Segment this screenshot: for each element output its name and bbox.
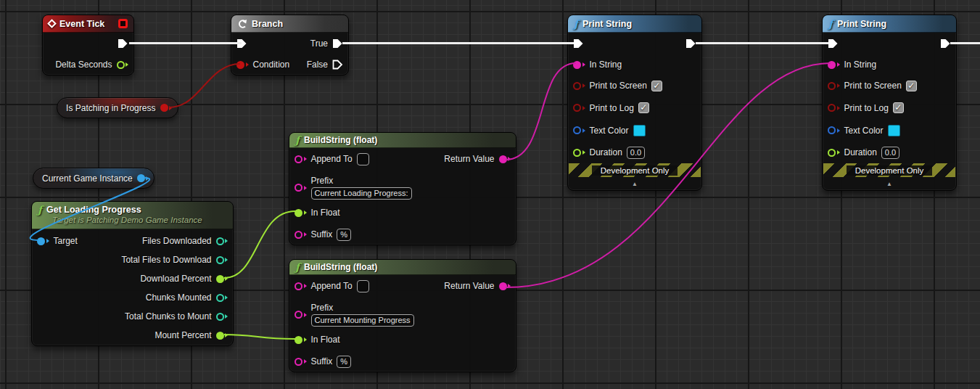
print-to-log-checkbox[interactable]: ✓ [893, 102, 904, 113]
in-float-pin[interactable] [295, 209, 307, 217]
wire-float-downloadpercent-to-infloat [224, 211, 295, 278]
exec-in-pin[interactable] [236, 38, 247, 49]
print-string-1-title: Print String [582, 19, 632, 29]
exec-out-pin[interactable] [118, 38, 128, 49]
exec-in-pin[interactable] [573, 38, 584, 49]
duration-input[interactable]: 0.0 [627, 147, 645, 159]
append-to-input[interactable] [357, 153, 369, 165]
suffix-label: Suffix [311, 356, 333, 367]
target-pin[interactable] [37, 237, 49, 245]
true-exec-pin[interactable] [332, 38, 343, 49]
exec-in-pin[interactable] [828, 38, 839, 49]
node-get-loading-progress[interactable]: ƒ Get Loading Progress Target is Patchin… [31, 201, 234, 346]
exec-out-pin[interactable] [940, 38, 951, 49]
in-float-label: In Float [311, 335, 340, 345]
chunks-mounted-label: Chunks Mounted [146, 292, 212, 303]
print-to-screen-checkbox[interactable]: ✓ [906, 81, 917, 91]
append-to-input[interactable] [357, 280, 369, 292]
node-print-string-1[interactable]: ƒ Print String In String Print to Screen… [567, 15, 702, 191]
branch-title: Branch [252, 19, 283, 29]
in-string-pin[interactable] [573, 61, 585, 69]
text-color-pin[interactable] [573, 126, 585, 134]
suffix-pin[interactable] [295, 231, 307, 239]
true-label: True [310, 38, 328, 49]
branch-header: Branch [231, 15, 348, 33]
download-percent-pin[interactable] [216, 275, 228, 283]
node-is-patching-in-progress[interactable]: Is Patching in Progress [57, 97, 178, 118]
target-label: Target [54, 236, 78, 246]
false-exec-pin[interactable] [332, 60, 343, 70]
total-files-label: Total Files to Download [121, 255, 211, 265]
prefix-input[interactable]: Current Loading Progress: [311, 187, 412, 200]
exec-out-pin[interactable] [685, 38, 696, 49]
node-print-string-2[interactable]: ƒ Print String In String Print to Screen… [822, 15, 957, 191]
current-game-instance-out-pin[interactable] [137, 174, 149, 182]
append-to-label: Append To [311, 154, 353, 164]
get-loading-progress-header: ƒ Get Loading Progress Target is Patchin… [32, 202, 233, 229]
chunks-mounted-pin[interactable] [216, 294, 228, 302]
total-chunks-pin[interactable] [216, 313, 228, 321]
print-to-log-pin[interactable] [828, 104, 840, 112]
print-string-2-title: Print String [837, 19, 886, 29]
prefix-pin[interactable] [295, 184, 307, 192]
text-color-label: Text Color [844, 126, 884, 136]
node-build-string-1[interactable]: ƒ BuildString (float) Append To Return V… [289, 132, 516, 245]
return-value-label: Return Value [444, 281, 494, 291]
suffix-input[interactable]: % [337, 356, 351, 368]
duration-input[interactable]: 0.0 [881, 147, 899, 159]
return-value-pin[interactable] [499, 155, 511, 163]
prefix-pin[interactable] [295, 311, 307, 319]
get-loading-progress-title: Get Loading Progress [46, 205, 141, 215]
prefix-input[interactable]: Current Mounting Progress [311, 314, 414, 327]
blueprint-canvas[interactable]: Event Tick Delta Seconds Branch True [0, 0, 980, 389]
mount-percent-pin[interactable] [216, 332, 228, 340]
print-to-log-checkbox[interactable]: ✓ [638, 102, 649, 113]
delta-seconds-pin[interactable] [117, 61, 129, 69]
node-current-game-instance[interactable]: Current Game Instance [33, 168, 155, 189]
event-icon [47, 19, 57, 28]
return-value-label: Return Value [444, 154, 494, 164]
prefix-label: Prefix [311, 303, 414, 313]
collapse-arrow[interactable]: ▲ [886, 181, 892, 187]
duration-label: Duration [844, 147, 877, 157]
duration-pin[interactable] [573, 149, 585, 157]
node-build-string-2[interactable]: ƒ BuildString (float) Append To Return V… [289, 259, 516, 372]
text-color-swatch[interactable] [633, 125, 646, 136]
mount-percent-label: Mount Percent [155, 330, 211, 340]
branch-icon [237, 19, 247, 29]
in-float-label: In Float [311, 208, 340, 218]
download-percent-label: Download Percent [140, 274, 211, 284]
function-icon: ƒ [574, 20, 578, 28]
prefix-label: Prefix [311, 176, 412, 186]
condition-pin[interactable] [236, 61, 249, 69]
collapse-arrow[interactable]: ▲ [632, 181, 638, 187]
print-to-screen-checkbox[interactable]: ✓ [651, 81, 662, 91]
text-color-pin[interactable] [828, 126, 840, 134]
build-string-2-title: BuildString (float) [304, 262, 377, 272]
node-event-tick[interactable]: Event Tick Delta Seconds [42, 15, 134, 75]
total-files-pin[interactable] [216, 256, 228, 264]
print-to-log-label: Print to Log [844, 103, 889, 113]
append-to-pin[interactable] [295, 282, 307, 290]
text-color-swatch[interactable] [888, 125, 900, 136]
in-float-pin[interactable] [295, 336, 307, 344]
append-to-pin[interactable] [295, 155, 307, 163]
development-only-banner: Development Only [823, 163, 955, 177]
print-to-log-pin[interactable] [573, 104, 585, 112]
duration-pin[interactable] [828, 149, 840, 157]
in-string-pin[interactable] [828, 61, 840, 69]
files-downloaded-pin[interactable] [216, 237, 228, 245]
current-game-instance-label: Current Game Instance [42, 173, 133, 184]
suffix-input[interactable]: % [337, 229, 351, 241]
suffix-pin[interactable] [295, 358, 307, 366]
is-patching-out-pin[interactable] [160, 104, 173, 112]
print-to-screen-pin[interactable] [828, 82, 840, 90]
function-icon: ƒ [38, 205, 42, 214]
get-loading-progress-subtitle: Target is Patching Demo Game Instance [52, 215, 227, 226]
node-branch[interactable]: Branch True Condition False [231, 15, 349, 75]
append-to-label: Append To [311, 281, 353, 291]
return-value-pin[interactable] [499, 282, 511, 290]
print-to-screen-label: Print to Screen [590, 81, 647, 91]
print-to-screen-pin[interactable] [573, 82, 585, 90]
print-to-log-label: Print to Log [590, 103, 634, 113]
